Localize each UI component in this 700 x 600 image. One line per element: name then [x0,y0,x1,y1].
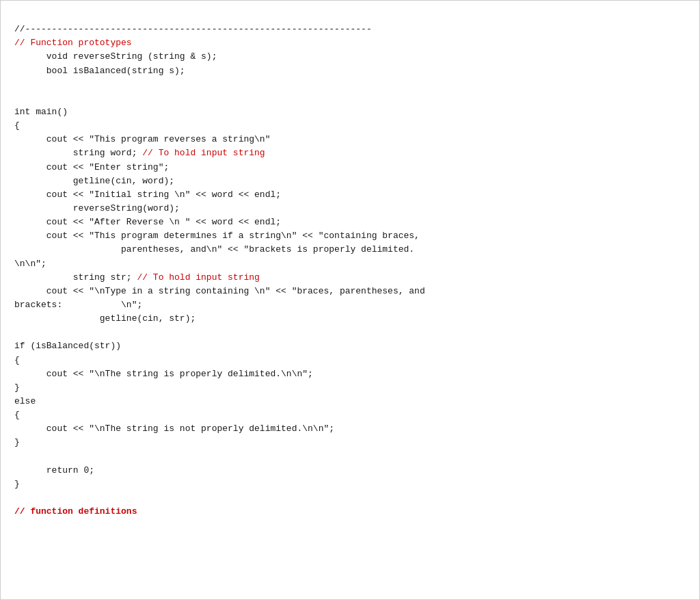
code-block: //--------------------------------------… [14,9,686,532]
code-container: //--------------------------------------… [0,0,700,600]
